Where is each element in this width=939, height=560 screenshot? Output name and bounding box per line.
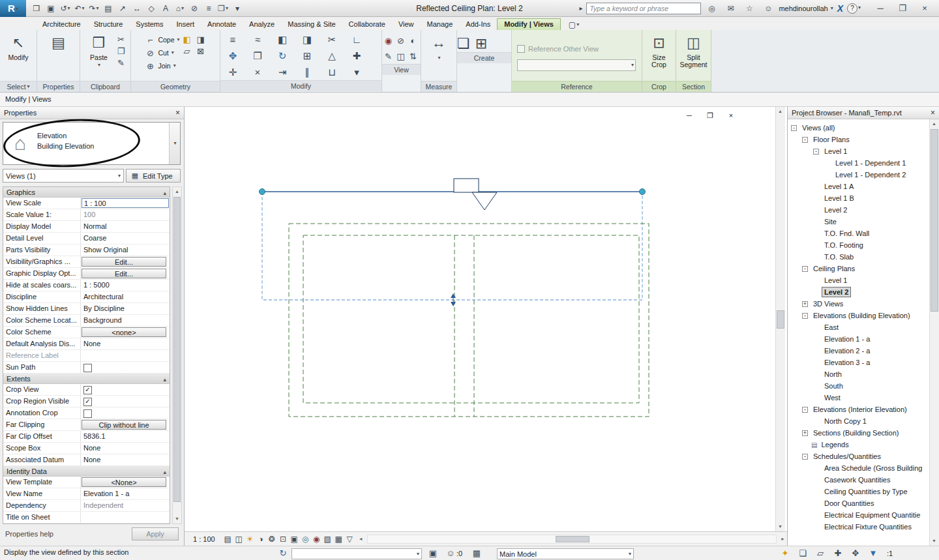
scrollbar-thumb[interactable] — [556, 536, 589, 542]
visual-style-icon[interactable]: ◫ — [233, 535, 245, 544]
search-go-icon[interactable]: ◎ — [705, 3, 718, 14]
tree-item[interactable]: Electrical Equipment Quantitie — [788, 509, 929, 521]
tree-expander-icon[interactable] — [802, 137, 808, 143]
clipboard-panel-label[interactable]: Clipboard — [80, 81, 130, 92]
tree-item[interactable]: North — [788, 368, 929, 380]
apply-button[interactable]: Apply — [132, 527, 179, 540]
scroll-down-icon[interactable] — [776, 522, 784, 531]
tree-item[interactable]: T.O. Footing — [788, 239, 929, 251]
tree-expander-icon[interactable] — [802, 313, 808, 319]
paste-button[interactable]: ❒ Paste — [84, 32, 114, 69]
tree-item[interactable]: North Copy 1 — [788, 415, 929, 427]
modify-button[interactable]: ↖ Modify — [3, 32, 33, 61]
tab-annotate[interactable]: Annotate — [201, 19, 243, 30]
tab-systems[interactable]: Systems — [129, 19, 170, 30]
worksharing-display-icon[interactable]: ▧ — [322, 535, 333, 544]
copy-icon[interactable]: ❐ — [252, 50, 263, 62]
scrollbar-thumb[interactable] — [931, 129, 938, 312]
cope-button[interactable]: ⌐ Cope — [144, 33, 179, 46]
property-value[interactable]: 1 : 100 — [82, 198, 169, 208]
tab-add-ins[interactable]: Add-Ins — [459, 19, 497, 30]
reference-other-view-checkbox[interactable] — [517, 45, 525, 53]
cut-to-clipboard-icon[interactable]: ✂ — [115, 35, 127, 44]
tree-item[interactable]: Casework Quantities — [788, 474, 929, 486]
tree-item[interactable]: Level 1 — [788, 145, 929, 157]
hscroll-right-icon[interactable] — [779, 537, 787, 541]
unpin-icon[interactable]: ✛ — [227, 66, 239, 78]
property-value[interactable]: By Discipline — [81, 303, 170, 314]
properties-panel-label[interactable]: Properties — [37, 81, 80, 92]
type-selector[interactable]: ⌂ Elevation Building Elevation — [3, 122, 181, 165]
reveal-hidden-icon[interactable]: ◉ — [383, 36, 395, 46]
tree-item[interactable]: Level 1 B — [788, 192, 929, 204]
tab-collaborate[interactable]: Collaborate — [342, 19, 392, 30]
tab-manage[interactable]: Manage — [421, 19, 460, 30]
scrollbar-thumb[interactable] — [173, 197, 181, 502]
crop-panel-label[interactable]: Crop — [642, 81, 676, 92]
search-input[interactable] — [586, 3, 701, 14]
remove-paint-icon[interactable]: ◨ — [195, 35, 207, 44]
property-value[interactable]: Edit... — [82, 257, 166, 267]
tree-item[interactable]: Area Schedule (Gross Building — [788, 462, 929, 474]
select-links-icon[interactable]: ❏ — [797, 548, 809, 558]
split-segment-button[interactable]: ◫ Split Segment — [679, 32, 709, 68]
tree-expander-icon[interactable] — [802, 454, 808, 460]
type-selector-dropdown[interactable] — [169, 123, 180, 164]
displace-elements-icon[interactable]: ⇅ — [408, 52, 419, 61]
tree-item[interactable]: Site — [788, 216, 929, 228]
tag-icon[interactable]: ◇ — [145, 3, 158, 14]
elevation-tag-arrow[interactable] — [472, 192, 497, 210]
elevation-tag-body[interactable] — [454, 179, 479, 192]
create-panel-label[interactable]: Create — [457, 52, 511, 63]
tree-item[interactable]: Elevations (Interior Elevation) — [788, 404, 929, 415]
move-icon[interactable]: ✥ — [227, 50, 239, 62]
tree-item[interactable]: Elevation 1 - a — [788, 333, 929, 345]
demolish-icon[interactable]: ⊠ — [195, 46, 207, 56]
switch-windows-icon[interactable]: ❐ — [216, 3, 230, 14]
section-panel-label[interactable]: Section — [676, 81, 711, 92]
section-header-identity-data[interactable]: Identity Data — [3, 466, 170, 477]
property-value[interactable] — [81, 350, 170, 361]
tree-item[interactable]: West — [788, 392, 929, 404]
design-option-select[interactable]: Main Model — [497, 548, 634, 559]
create-group-icon[interactable]: ⊞ — [475, 35, 487, 52]
select-pinned-icon[interactable]: ✚ — [832, 548, 844, 558]
show-crop-region-icon[interactable]: ▣ — [289, 535, 300, 544]
undo-icon[interactable]: ↶ — [73, 3, 86, 14]
trim-extend-icon[interactable]: ∟ — [351, 34, 363, 45]
tree-expander-icon[interactable] — [791, 125, 797, 131]
tree-item[interactable]: Electrical Fixture Quantities — [788, 521, 929, 533]
view-close-icon[interactable]: × — [724, 111, 738, 121]
property-value[interactable]: <none> — [82, 327, 166, 337]
linework-icon[interactable]: ✎ — [383, 52, 395, 61]
extent-drag-handle-left[interactable] — [260, 189, 265, 195]
tab-insert[interactable]: Insert — [170, 19, 201, 30]
tree-item[interactable]: Level 1 - Dependent 1 — [788, 157, 929, 169]
properties-close-icon[interactable]: × — [175, 108, 180, 117]
extend-icon[interactable]: ⇥ — [276, 66, 288, 78]
user-icon[interactable]: ☺ — [762, 3, 775, 14]
infocenter-arrow-icon[interactable]: ▸ — [579, 5, 582, 12]
mirror-draw-axis-icon[interactable]: ◨ — [301, 34, 313, 46]
rotate-icon[interactable]: ↻ — [276, 50, 288, 62]
property-value[interactable]: Normal — [81, 221, 170, 232]
property-value[interactable]: Coarse — [81, 233, 170, 244]
tree-item[interactable]: Level 2 — [788, 204, 929, 216]
scale-icon[interactable]: △ — [326, 50, 338, 62]
reference-view-select[interactable] — [517, 59, 636, 71]
geometry-panel-label[interactable]: Geometry — [131, 81, 220, 92]
active-workset-select[interactable] — [291, 548, 422, 559]
filter-icon[interactable]: ▼ — [867, 548, 879, 558]
measure-panel-label[interactable]: Measure — [421, 81, 456, 92]
split-face-icon[interactable]: ▱ — [181, 46, 193, 56]
sync-icon[interactable]: ↺ — [59, 3, 72, 14]
scroll-up-icon[interactable] — [776, 107, 784, 116]
property-value[interactable]: None — [81, 338, 170, 349]
tree-item[interactable]: Level 1 - Dependent 2 — [788, 169, 929, 181]
aligned-dimension-icon[interactable]: ↔ — [130, 3, 143, 14]
tree-item[interactable]: 3D Views — [788, 298, 929, 310]
section-header-extents[interactable]: Extents — [3, 374, 170, 384]
maximize-icon[interactable]: ❐ — [896, 3, 909, 14]
project-browser-close-icon[interactable]: × — [931, 108, 935, 117]
editable-only-icon[interactable]: ✦ — [779, 548, 791, 558]
